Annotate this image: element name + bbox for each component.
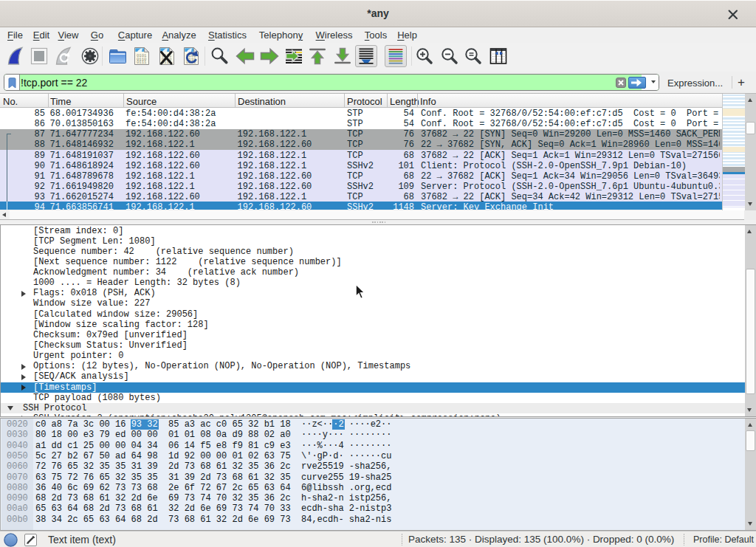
svg-text:0111: 0111 [137, 60, 147, 65]
